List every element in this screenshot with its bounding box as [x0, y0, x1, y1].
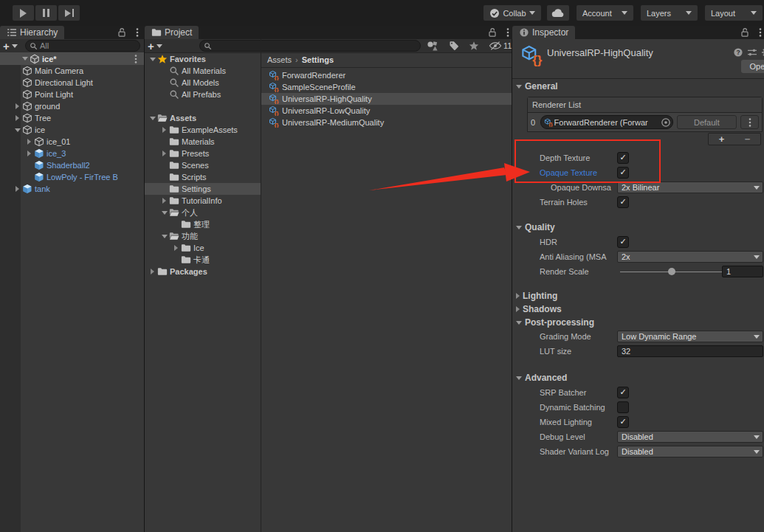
- foldout-expanded-icon[interactable]: [150, 58, 156, 61]
- create-button[interactable]: +: [3, 39, 18, 52]
- hierarchy-item[interactable]: Directional Light: [0, 77, 144, 89]
- set-default-button[interactable]: Default: [677, 115, 737, 129]
- slider-value-field[interactable]: 1: [722, 266, 763, 277]
- foldout-collapsed-icon[interactable]: [162, 127, 166, 133]
- open-button[interactable]: Open: [741, 60, 764, 73]
- lock-icon[interactable]: [740, 27, 750, 38]
- section-shadows[interactable]: Shadows: [512, 303, 764, 316]
- dropdown[interactable]: Disabled: [617, 446, 763, 457]
- hidden-count-toggle[interactable]: 11: [489, 41, 512, 51]
- tab-hierarchy[interactable]: Hierarchy: [0, 26, 64, 39]
- project-folder-item[interactable]: 个人: [145, 207, 261, 218]
- dropdown[interactable]: 2x Bilinear: [617, 182, 763, 193]
- section-lighting[interactable]: Lighting: [512, 289, 764, 303]
- object-field[interactable]: {} ForwardRenderer (Forwar: [540, 115, 673, 129]
- foldout-collapsed-icon[interactable]: [174, 245, 178, 251]
- project-folder-item[interactable]: Packages: [145, 266, 261, 277]
- favorites-item[interactable]: All Prefabs: [145, 89, 261, 100]
- gear-icon[interactable]: [761, 47, 764, 58]
- checkbox[interactable]: [617, 401, 629, 413]
- hierarchy-item[interactable]: Point Light: [0, 89, 144, 100]
- section-advanced[interactable]: Advanced: [512, 370, 764, 385]
- hierarchy-search-input[interactable]: All: [25, 40, 140, 52]
- presets-icon[interactable]: [747, 47, 757, 58]
- project-folder-item[interactable]: 卡通: [145, 254, 261, 266]
- lock-icon[interactable]: [117, 27, 127, 38]
- foldout-collapsed-icon[interactable]: [27, 139, 31, 145]
- project-folder-item[interactable]: Ice: [145, 242, 261, 254]
- project-folder-item[interactable]: 整理: [145, 218, 261, 230]
- checkbox[interactable]: ✓: [617, 196, 629, 208]
- foldout-collapsed-icon[interactable]: [27, 151, 31, 156]
- slider-handle[interactable]: [668, 268, 675, 275]
- foldout-collapsed-icon[interactable]: [162, 198, 166, 204]
- hierarchy-item[interactable]: ice_01: [0, 136, 144, 148]
- star-gray-icon[interactable]: [469, 41, 479, 51]
- file-row[interactable]: {}UniversalRP-LowQuality: [261, 105, 512, 117]
- dropdown[interactable]: Disabled: [617, 431, 763, 443]
- file-row[interactable]: {}UniversalRP-MediumQuality: [261, 117, 512, 128]
- favorites-item[interactable]: All Materials: [145, 65, 261, 77]
- checkbox[interactable]: ✓: [617, 236, 629, 248]
- layers-dropdown[interactable]: Layers: [641, 5, 698, 21]
- checkbox[interactable]: ✓: [617, 416, 629, 428]
- section-general[interactable]: General: [512, 79, 764, 94]
- checkbox[interactable]: ✓: [617, 152, 629, 164]
- section-post-processing[interactable]: Post-processing: [512, 316, 764, 329]
- project-folder-item[interactable]: 功能: [145, 230, 261, 242]
- favorites-item[interactable]: All Models: [145, 77, 261, 89]
- kebab-icon[interactable]: [132, 27, 142, 38]
- hierarchy-item[interactable]: Main Camera: [0, 65, 144, 77]
- text-field[interactable]: 32: [617, 345, 763, 357]
- foldout-collapsed-icon[interactable]: [151, 269, 154, 274]
- foldout-expanded-icon[interactable]: [162, 235, 168, 238]
- hierarchy-item[interactable]: ice_3: [0, 148, 144, 159]
- step-button[interactable]: [58, 5, 80, 21]
- project-folder-item[interactable]: Scenes: [145, 159, 261, 171]
- hierarchy-item[interactable]: LowPoly - FirTree B: [0, 171, 144, 183]
- foldout-expanded-icon[interactable]: [162, 211, 168, 215]
- help-icon[interactable]: ?: [733, 47, 743, 58]
- project-folder-item[interactable]: Presets: [145, 148, 261, 159]
- tab-inspector[interactable]: Inspector: [512, 26, 575, 39]
- kebab-icon[interactable]: [503, 27, 513, 38]
- checkbox[interactable]: ✓: [617, 167, 629, 179]
- project-search-input[interactable]: [199, 40, 421, 52]
- tag-icon[interactable]: [449, 41, 459, 51]
- lock-icon[interactable]: [487, 27, 498, 38]
- foldout-collapsed-icon[interactable]: [16, 186, 19, 192]
- pause-button[interactable]: [35, 5, 57, 21]
- slider[interactable]: [620, 272, 722, 272]
- project-folder-item[interactable]: Settings: [145, 183, 261, 195]
- file-row[interactable]: {}SampleSceneProfile: [261, 81, 512, 93]
- shapes-filter-icon[interactable]: [427, 41, 439, 51]
- project-folder-item[interactable]: Materials: [145, 136, 261, 148]
- account-dropdown[interactable]: Account: [577, 5, 633, 21]
- property-label[interactable]: Opaque Texture: [540, 168, 616, 177]
- kebab-icon[interactable]: [740, 115, 759, 129]
- breadcrumb-root[interactable]: Assets: [267, 55, 292, 64]
- project-folder-item[interactable]: Assets: [145, 112, 261, 124]
- foldout-collapsed-icon[interactable]: [16, 115, 19, 121]
- foldout-expanded-icon[interactable]: [22, 57, 28, 61]
- project-folder-item[interactable]: ExampleAssets: [145, 124, 261, 136]
- dropdown[interactable]: 2x: [617, 251, 763, 263]
- foldout-expanded-icon[interactable]: [150, 117, 156, 120]
- foldout-expanded-icon[interactable]: [15, 128, 21, 132]
- section-quality[interactable]: Quality: [512, 220, 764, 235]
- file-row[interactable]: {}ForwardRenderer: [261, 69, 512, 81]
- kebab-icon[interactable]: [131, 54, 141, 64]
- layout-dropdown[interactable]: Layout: [705, 5, 763, 21]
- checkbox[interactable]: ✓: [617, 387, 629, 398]
- foldout-collapsed-icon[interactable]: [16, 103, 19, 109]
- tab-project[interactable]: Project: [145, 26, 199, 39]
- create-button[interactable]: +: [148, 39, 162, 52]
- foldout-collapsed-icon[interactable]: [162, 151, 166, 156]
- dropdown[interactable]: Low Dynamic Range: [617, 331, 763, 342]
- picker-icon[interactable]: [661, 117, 671, 128]
- hierarchy-item[interactable]: tank: [0, 183, 144, 195]
- collab-dropdown[interactable]: Collab: [483, 5, 541, 21]
- hierarchy-item[interactable]: ice: [0, 124, 144, 136]
- file-row[interactable]: {}UniversalRP-HighQuality: [261, 93, 512, 105]
- play-button[interactable]: [13, 5, 34, 21]
